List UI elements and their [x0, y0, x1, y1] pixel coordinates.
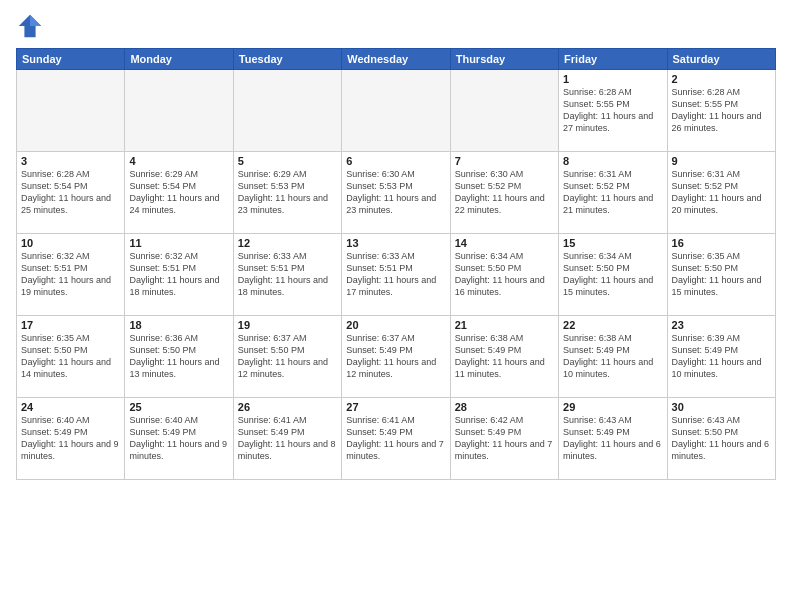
- day-number: 15: [563, 237, 662, 249]
- calendar-day-cell: 24Sunrise: 6:40 AM Sunset: 5:49 PM Dayli…: [17, 398, 125, 480]
- calendar-day-cell: 4Sunrise: 6:29 AM Sunset: 5:54 PM Daylig…: [125, 152, 233, 234]
- calendar-day-cell: 30Sunrise: 6:43 AM Sunset: 5:50 PM Dayli…: [667, 398, 775, 480]
- calendar-day-cell: 7Sunrise: 6:30 AM Sunset: 5:52 PM Daylig…: [450, 152, 558, 234]
- day-info: Sunrise: 6:43 AM Sunset: 5:50 PM Dayligh…: [672, 414, 771, 463]
- day-info: Sunrise: 6:32 AM Sunset: 5:51 PM Dayligh…: [129, 250, 228, 299]
- day-number: 4: [129, 155, 228, 167]
- calendar-day-cell: 19Sunrise: 6:37 AM Sunset: 5:50 PM Dayli…: [233, 316, 341, 398]
- calendar-body: 1Sunrise: 6:28 AM Sunset: 5:55 PM Daylig…: [17, 70, 776, 480]
- day-info: Sunrise: 6:40 AM Sunset: 5:49 PM Dayligh…: [21, 414, 120, 463]
- calendar-week-row: 24Sunrise: 6:40 AM Sunset: 5:49 PM Dayli…: [17, 398, 776, 480]
- day-number: 9: [672, 155, 771, 167]
- calendar-day-cell: 28Sunrise: 6:42 AM Sunset: 5:49 PM Dayli…: [450, 398, 558, 480]
- header: [16, 12, 776, 40]
- day-info: Sunrise: 6:41 AM Sunset: 5:49 PM Dayligh…: [238, 414, 337, 463]
- day-info: Sunrise: 6:30 AM Sunset: 5:52 PM Dayligh…: [455, 168, 554, 217]
- day-info: Sunrise: 6:31 AM Sunset: 5:52 PM Dayligh…: [672, 168, 771, 217]
- day-number: 23: [672, 319, 771, 331]
- calendar-week-row: 3Sunrise: 6:28 AM Sunset: 5:54 PM Daylig…: [17, 152, 776, 234]
- calendar-week-row: 10Sunrise: 6:32 AM Sunset: 5:51 PM Dayli…: [17, 234, 776, 316]
- calendar-day-cell: [17, 70, 125, 152]
- day-number: 16: [672, 237, 771, 249]
- calendar-day-cell: 1Sunrise: 6:28 AM Sunset: 5:55 PM Daylig…: [559, 70, 667, 152]
- day-number: 10: [21, 237, 120, 249]
- day-number: 19: [238, 319, 337, 331]
- logo-icon: [16, 12, 44, 40]
- day-number: 6: [346, 155, 445, 167]
- calendar-day-cell: 21Sunrise: 6:38 AM Sunset: 5:49 PM Dayli…: [450, 316, 558, 398]
- day-number: 25: [129, 401, 228, 413]
- day-number: 28: [455, 401, 554, 413]
- day-number: 8: [563, 155, 662, 167]
- day-number: 3: [21, 155, 120, 167]
- day-number: 2: [672, 73, 771, 85]
- day-info: Sunrise: 6:35 AM Sunset: 5:50 PM Dayligh…: [672, 250, 771, 299]
- day-info: Sunrise: 6:43 AM Sunset: 5:49 PM Dayligh…: [563, 414, 662, 463]
- calendar-day-cell: 17Sunrise: 6:35 AM Sunset: 5:50 PM Dayli…: [17, 316, 125, 398]
- calendar-day-cell: 10Sunrise: 6:32 AM Sunset: 5:51 PM Dayli…: [17, 234, 125, 316]
- calendar-day-cell: 29Sunrise: 6:43 AM Sunset: 5:49 PM Dayli…: [559, 398, 667, 480]
- weekday-cell: Monday: [125, 49, 233, 70]
- weekday-cell: Saturday: [667, 49, 775, 70]
- day-info: Sunrise: 6:40 AM Sunset: 5:49 PM Dayligh…: [129, 414, 228, 463]
- calendar-day-cell: 3Sunrise: 6:28 AM Sunset: 5:54 PM Daylig…: [17, 152, 125, 234]
- calendar-day-cell: 11Sunrise: 6:32 AM Sunset: 5:51 PM Dayli…: [125, 234, 233, 316]
- day-info: Sunrise: 6:32 AM Sunset: 5:51 PM Dayligh…: [21, 250, 120, 299]
- day-number: 7: [455, 155, 554, 167]
- day-number: 30: [672, 401, 771, 413]
- day-number: 12: [238, 237, 337, 249]
- calendar-day-cell: 22Sunrise: 6:38 AM Sunset: 5:49 PM Dayli…: [559, 316, 667, 398]
- calendar-day-cell: 16Sunrise: 6:35 AM Sunset: 5:50 PM Dayli…: [667, 234, 775, 316]
- calendar-day-cell: 25Sunrise: 6:40 AM Sunset: 5:49 PM Dayli…: [125, 398, 233, 480]
- day-number: 14: [455, 237, 554, 249]
- calendar-day-cell: 15Sunrise: 6:34 AM Sunset: 5:50 PM Dayli…: [559, 234, 667, 316]
- calendar-week-row: 17Sunrise: 6:35 AM Sunset: 5:50 PM Dayli…: [17, 316, 776, 398]
- logo: [16, 12, 48, 40]
- calendar-day-cell: 27Sunrise: 6:41 AM Sunset: 5:49 PM Dayli…: [342, 398, 450, 480]
- day-info: Sunrise: 6:38 AM Sunset: 5:49 PM Dayligh…: [563, 332, 662, 381]
- calendar-day-cell: [233, 70, 341, 152]
- calendar-day-cell: 5Sunrise: 6:29 AM Sunset: 5:53 PM Daylig…: [233, 152, 341, 234]
- calendar-day-cell: 18Sunrise: 6:36 AM Sunset: 5:50 PM Dayli…: [125, 316, 233, 398]
- weekday-header-row: SundayMondayTuesdayWednesdayThursdayFrid…: [17, 49, 776, 70]
- day-info: Sunrise: 6:36 AM Sunset: 5:50 PM Dayligh…: [129, 332, 228, 381]
- day-info: Sunrise: 6:29 AM Sunset: 5:53 PM Dayligh…: [238, 168, 337, 217]
- day-info: Sunrise: 6:39 AM Sunset: 5:49 PM Dayligh…: [672, 332, 771, 381]
- day-number: 18: [129, 319, 228, 331]
- day-info: Sunrise: 6:37 AM Sunset: 5:49 PM Dayligh…: [346, 332, 445, 381]
- weekday-cell: Thursday: [450, 49, 558, 70]
- calendar-day-cell: 2Sunrise: 6:28 AM Sunset: 5:55 PM Daylig…: [667, 70, 775, 152]
- calendar-table: SundayMondayTuesdayWednesdayThursdayFrid…: [16, 48, 776, 480]
- day-info: Sunrise: 6:42 AM Sunset: 5:49 PM Dayligh…: [455, 414, 554, 463]
- calendar-week-row: 1Sunrise: 6:28 AM Sunset: 5:55 PM Daylig…: [17, 70, 776, 152]
- day-number: 13: [346, 237, 445, 249]
- day-info: Sunrise: 6:41 AM Sunset: 5:49 PM Dayligh…: [346, 414, 445, 463]
- day-number: 1: [563, 73, 662, 85]
- day-number: 21: [455, 319, 554, 331]
- day-info: Sunrise: 6:28 AM Sunset: 5:55 PM Dayligh…: [563, 86, 662, 135]
- weekday-cell: Sunday: [17, 49, 125, 70]
- calendar-day-cell: 13Sunrise: 6:33 AM Sunset: 5:51 PM Dayli…: [342, 234, 450, 316]
- day-number: 29: [563, 401, 662, 413]
- day-number: 26: [238, 401, 337, 413]
- day-info: Sunrise: 6:33 AM Sunset: 5:51 PM Dayligh…: [238, 250, 337, 299]
- svg-marker-1: [30, 15, 41, 26]
- calendar-day-cell: 14Sunrise: 6:34 AM Sunset: 5:50 PM Dayli…: [450, 234, 558, 316]
- calendar-day-cell: 6Sunrise: 6:30 AM Sunset: 5:53 PM Daylig…: [342, 152, 450, 234]
- calendar-day-cell: 26Sunrise: 6:41 AM Sunset: 5:49 PM Dayli…: [233, 398, 341, 480]
- day-info: Sunrise: 6:30 AM Sunset: 5:53 PM Dayligh…: [346, 168, 445, 217]
- day-number: 22: [563, 319, 662, 331]
- day-info: Sunrise: 6:34 AM Sunset: 5:50 PM Dayligh…: [455, 250, 554, 299]
- day-number: 17: [21, 319, 120, 331]
- calendar-day-cell: 8Sunrise: 6:31 AM Sunset: 5:52 PM Daylig…: [559, 152, 667, 234]
- day-info: Sunrise: 6:35 AM Sunset: 5:50 PM Dayligh…: [21, 332, 120, 381]
- day-info: Sunrise: 6:29 AM Sunset: 5:54 PM Dayligh…: [129, 168, 228, 217]
- day-number: 24: [21, 401, 120, 413]
- day-number: 5: [238, 155, 337, 167]
- day-info: Sunrise: 6:28 AM Sunset: 5:55 PM Dayligh…: [672, 86, 771, 135]
- calendar-day-cell: [125, 70, 233, 152]
- calendar-day-cell: [342, 70, 450, 152]
- page: SundayMondayTuesdayWednesdayThursdayFrid…: [0, 0, 792, 612]
- calendar-day-cell: 20Sunrise: 6:37 AM Sunset: 5:49 PM Dayli…: [342, 316, 450, 398]
- day-info: Sunrise: 6:37 AM Sunset: 5:50 PM Dayligh…: [238, 332, 337, 381]
